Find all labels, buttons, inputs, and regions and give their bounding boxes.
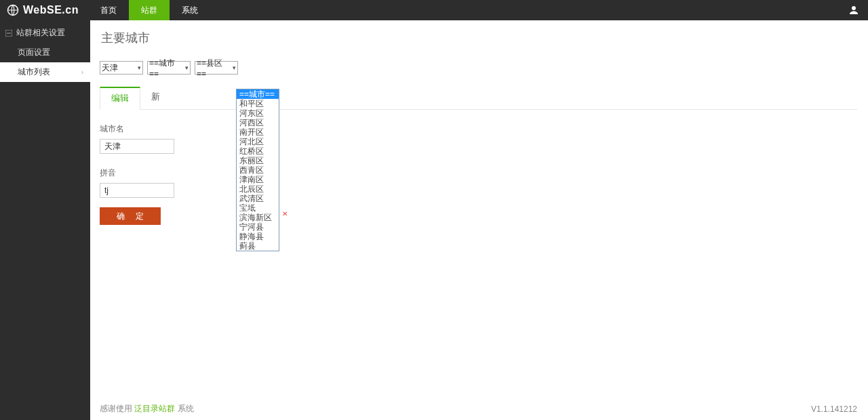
- province-select-value: 天津: [102, 62, 118, 74]
- county-select-value: ==县区==: [197, 58, 230, 79]
- svg-point-1: [852, 6, 856, 10]
- globe-icon: [7, 4, 19, 16]
- nav-sites[interactable]: 站群: [129, 0, 170, 20]
- city-dropdown[interactable]: ==城市==和平区河东区河西区南开区河北区红桥区东丽区西青区津南区北辰区武清区宝…: [236, 89, 279, 251]
- content-area: 主要城市 天津 ▾ ==城市== ▾ ==县区== ▾ 编辑 新 城市名 拼音 …: [90, 20, 868, 420]
- collapse-icon: [5, 30, 12, 37]
- user-icon: [848, 4, 860, 16]
- sidebar-group-header[interactable]: 站群相关设置: [0, 20, 90, 43]
- caret-down-icon: ▾: [138, 64, 141, 71]
- sidebar-group-title: 站群相关设置: [16, 27, 65, 39]
- province-select[interactable]: 天津 ▾: [100, 61, 143, 75]
- city-option[interactable]: 宁河县: [237, 222, 279, 232]
- city-option[interactable]: 北辰区: [237, 184, 279, 194]
- city-option[interactable]: 河东区: [237, 108, 279, 118]
- footer: 感谢使用 泛目录站群 系统 V1.1.141212: [100, 398, 857, 420]
- chevron-right-icon: ›: [81, 68, 83, 76]
- city-option[interactable]: 宝坻: [237, 203, 279, 213]
- city-name-label: 城市名: [100, 123, 857, 135]
- nav-system[interactable]: 系统: [170, 0, 210, 20]
- city-option[interactable]: 南开区: [237, 127, 279, 137]
- nav-home[interactable]: 首页: [88, 0, 129, 20]
- city-option[interactable]: 静海县: [237, 232, 279, 241]
- city-option[interactable]: 津南区: [237, 175, 279, 184]
- sidebar: 站群相关设置 页面设置 城市列表 ›: [0, 20, 90, 420]
- submit-button[interactable]: 确 定: [100, 207, 161, 225]
- caret-down-icon: ▾: [233, 64, 236, 71]
- sidebar-item-page-settings[interactable]: 页面设置: [0, 43, 90, 62]
- brand-text: WebSE.cn: [23, 4, 79, 16]
- city-select-value: ==城市==: [149, 58, 182, 79]
- county-select[interactable]: ==县区== ▾: [195, 61, 238, 75]
- user-menu[interactable]: [840, 0, 868, 20]
- tabs: 编辑 新: [100, 87, 857, 110]
- city-select[interactable]: ==城市== ▾: [147, 61, 191, 75]
- caret-down-icon: ▾: [185, 64, 189, 71]
- pinyin-input[interactable]: [100, 183, 174, 198]
- tab-edit[interactable]: 编辑: [100, 87, 140, 110]
- footer-version: V1.1.141212: [811, 404, 857, 414]
- city-option[interactable]: 武清区: [237, 194, 279, 203]
- city-option[interactable]: 和平区: [237, 99, 279, 108]
- city-option[interactable]: 河北区: [237, 137, 279, 146]
- city-option[interactable]: ==城市==: [237, 89, 279, 99]
- city-option[interactable]: 东丽区: [237, 156, 279, 165]
- city-name-input[interactable]: [100, 139, 174, 154]
- city-option[interactable]: 红桥区: [237, 146, 279, 156]
- region-selects: 天津 ▾ ==城市== ▾ ==县区== ▾: [100, 61, 857, 75]
- city-option[interactable]: 河西区: [237, 118, 279, 127]
- brand-logo[interactable]: WebSE.cn: [0, 0, 88, 20]
- city-option[interactable]: 蓟县: [237, 241, 279, 251]
- close-icon[interactable]: ✕: [282, 210, 288, 217]
- pinyin-label: 拼音: [100, 167, 857, 179]
- page-title: 主要城市: [100, 30, 857, 46]
- sidebar-item-city-list[interactable]: 城市列表 ›: [0, 62, 90, 82]
- city-option[interactable]: 西青区: [237, 165, 279, 175]
- footer-suffix: 系统: [178, 404, 194, 413]
- tab-new[interactable]: 新: [140, 87, 171, 109]
- footer-prefix: 感谢使用: [100, 404, 132, 413]
- city-option[interactable]: 滨海新区: [237, 213, 279, 222]
- top-nav: WebSE.cn 首页 站群 系统: [0, 0, 868, 20]
- sidebar-item-label: 城市列表: [18, 66, 50, 78]
- footer-brand-link[interactable]: 泛目录站群: [134, 404, 175, 413]
